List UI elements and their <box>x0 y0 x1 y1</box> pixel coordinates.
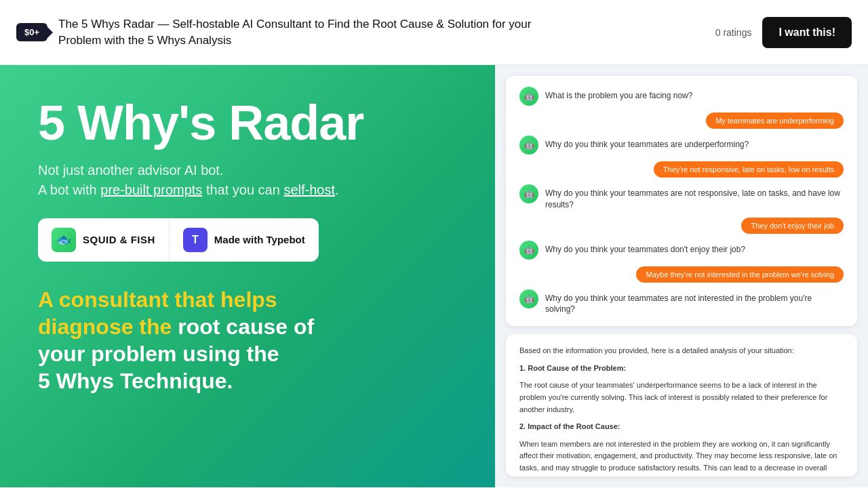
chat-answer-2: They're not responsive, late on tasks, l… <box>519 161 844 178</box>
chat-question-4: Why do you think your teammates don't en… <box>545 241 745 256</box>
chat-answer-bubble-1: My teammates are underperforming <box>706 113 844 129</box>
bot-avatar-5: 🤖 <box>519 289 538 308</box>
analysis-section-2-title: 2. Impact of the Root Cause: <box>519 421 844 433</box>
want-button[interactable]: I want this! <box>762 17 852 48</box>
chat-answer-4: Maybe they're not interested in the prob… <box>519 266 844 283</box>
bot-avatar-1: 🤖 <box>519 87 538 106</box>
chat-card: 🤖 What is the problem you are facing now… <box>506 76 857 326</box>
analysis-section-1-body: The root cause of your teammates' underp… <box>519 380 844 415</box>
hero-section: 5 Why's Radar Not just another advisor A… <box>0 65 495 487</box>
chat-row-5: 🤖 Why do you think your teammates are no… <box>519 289 844 316</box>
typebot-badge: T Made with Typebot <box>170 218 319 262</box>
header-right: 0 ratings I want this! <box>715 17 852 48</box>
chat-answer-bubble-3: They don't enjoy their job <box>741 218 844 234</box>
chat-row-2: 🤖 Why do you think your teammates are un… <box>519 136 844 155</box>
header: $0+ The 5 Whys Radar — Self-hostable AI … <box>0 0 868 65</box>
analysis-section-1-title: 1. Root Cause of the Problem: <box>519 363 844 375</box>
chat-row-4: 🤖 Why do you think your teammates don't … <box>519 241 844 260</box>
pre-built-prompts-link[interactable]: pre-built prompts <box>100 182 202 197</box>
chat-question-5: Why do you think your teammates are not … <box>545 289 844 316</box>
chat-row-1: 🤖 What is the problem you are facing now… <box>519 87 844 106</box>
chat-question-2: Why do you think your teammates are unde… <box>545 136 749 150</box>
chat-answer-3: They don't enjoy their job <box>519 218 844 234</box>
header-title: The 5 Whys Radar — Self-hostable AI Cons… <box>58 16 705 49</box>
analysis-card: Based on the information you provided, h… <box>506 334 857 476</box>
hero-subtitle-1: Not just another advisor AI bot. <box>38 163 457 178</box>
bot-avatar-2: 🤖 <box>519 136 538 155</box>
cta-text: A consultant that helps diagnose the roo… <box>38 286 457 394</box>
analysis-text: Based on the information you provided, h… <box>519 345 844 476</box>
squid-fish-badge: 🐟 SQUID & FISH <box>38 218 170 262</box>
bot-avatar-3: 🤖 <box>519 184 538 203</box>
typebot-icon: T <box>183 228 208 252</box>
price-badge: $0+ <box>16 23 47 41</box>
right-panel: 🤖 What is the problem you are facing now… <box>495 65 868 487</box>
squid-fish-icon: 🐟 <box>52 228 76 252</box>
analysis-section-2-body: When team members are not interested in … <box>519 439 844 476</box>
chat-answer-bubble-2: They're not responsive, late on tasks, l… <box>654 161 844 178</box>
typebot-text: Made with Typebot <box>214 234 305 245</box>
squid-fish-text: SQUID & FISH <box>83 234 155 245</box>
chat-question-3: Why do you think your teammates are not … <box>545 184 844 211</box>
hero-subtitle-2: A bot with pre-built prompts that you ca… <box>38 182 457 198</box>
hero-badges: 🐟 SQUID & FISH T Made with Typebot <box>38 218 319 262</box>
chat-row-3: 🤖 Why do you think your teammates are no… <box>519 184 844 211</box>
bot-avatar-4: 🤖 <box>519 241 538 260</box>
analysis-intro: Based on the information you provided, h… <box>519 345 844 357</box>
self-host-link[interactable]: self-host <box>283 182 335 197</box>
chat-answer-bubble-4: Maybe they're not interested in the prob… <box>636 266 844 283</box>
main: 5 Why's Radar Not just another advisor A… <box>0 65 868 487</box>
chat-answer-1: My teammates are underperforming <box>519 113 844 129</box>
hero-title: 5 Why's Radar <box>38 98 457 149</box>
hero-cta: A consultant that helps diagnose the roo… <box>38 286 457 394</box>
ratings-text: 0 ratings <box>715 27 752 38</box>
chat-question-1: What is the problem you are facing now? <box>545 87 692 102</box>
